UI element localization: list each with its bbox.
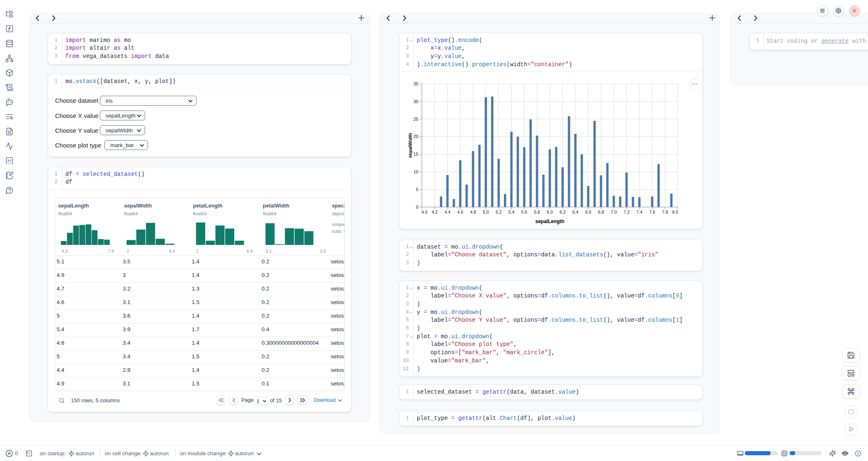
svg-text:6.8: 6.8: [598, 210, 604, 214]
svg-text:5.0: 5.0: [483, 210, 489, 214]
svg-text:4.0: 4.0: [422, 210, 428, 214]
svg-text:4.8: 4.8: [470, 210, 476, 214]
svg-text:20: 20: [413, 134, 418, 139]
svg-text:5: 5: [416, 187, 418, 192]
svg-text:4.6: 4.6: [457, 210, 464, 214]
svg-text:5.8: 5.8: [534, 210, 540, 214]
svg-text:7.2: 7.2: [623, 210, 630, 214]
svg-text:5.4: 5.4: [508, 210, 515, 214]
svg-text:4.4: 4.4: [444, 210, 450, 214]
svg-text:6.0: 6.0: [547, 210, 553, 214]
svg-text:7.6: 7.6: [649, 210, 656, 214]
svg-text:30: 30: [413, 99, 418, 104]
svg-text:8.0: 8.0: [672, 210, 678, 214]
svg-text:6.4: 6.4: [573, 210, 579, 214]
svg-text:15: 15: [413, 152, 418, 157]
svg-text:5.2: 5.2: [496, 210, 502, 214]
svg-text:4.2: 4.2: [432, 210, 438, 214]
svg-text:6.2: 6.2: [560, 210, 566, 214]
svg-text:7.4: 7.4: [636, 210, 642, 214]
svg-text:6.6: 6.6: [585, 210, 591, 214]
svg-text:7.8: 7.8: [662, 210, 668, 214]
svg-text:sepalWidth: sepalWidth: [408, 133, 413, 158]
svg-text:25: 25: [413, 117, 418, 122]
svg-text:7.0: 7.0: [611, 210, 617, 214]
svg-text:sepalLength: sepalLength: [535, 219, 564, 224]
svg-text:10: 10: [413, 169, 418, 174]
svg-text:5.6: 5.6: [521, 210, 527, 214]
svg-text:35: 35: [413, 81, 418, 86]
svg-text:0: 0: [416, 205, 418, 210]
